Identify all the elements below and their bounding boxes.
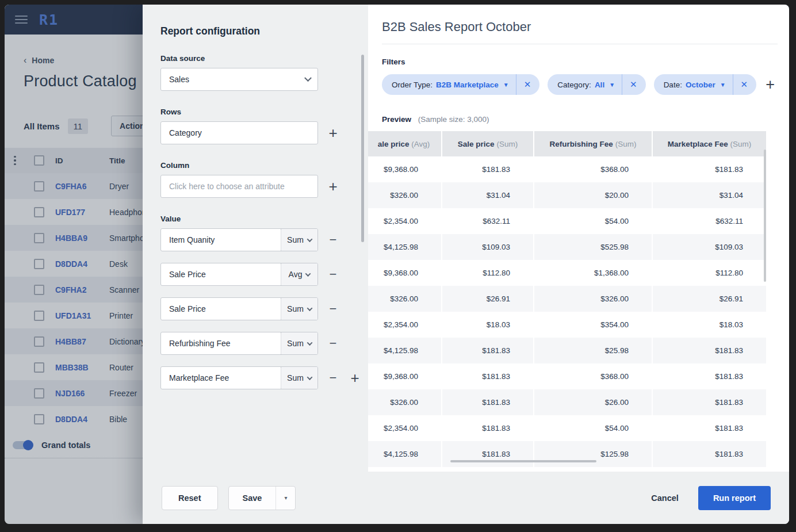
remove-filter-icon[interactable]: ✕ [622,74,646,95]
table-row: $2,354.00$181.83$54.00$181.83 [368,467,766,472]
table-cell: $326.00 [368,286,442,312]
table-cell: $25.98 [534,338,652,363]
value-row: Sale PriceSum− [160,297,368,320]
aggregation-select[interactable]: Sum [281,298,317,320]
table-row: $4,125.98$109.03$525.98$109.03 [368,234,766,260]
value-row: Item QuanitySum− [160,228,368,251]
value-field-input[interactable]: Marketplace Fee [161,367,281,389]
data-source-select[interactable]: Sales [160,68,318,91]
caret-down-icon: ▼ [720,82,726,88]
filter-chip: Category:All▼✕ [548,74,645,95]
table-cell: $181.83 [652,441,766,467]
preview-table-wrap: ale price (Avg) Sale price (Sum) Refurbi… [368,131,766,472]
table-cell: $54.00 [534,415,652,441]
report-configuration-panel: Report configuration Data source Sales R… [143,5,368,472]
remove-value-button[interactable]: − [326,337,340,350]
add-filter-button[interactable]: + [766,79,775,90]
filter-chip-dropdown[interactable]: Date:October▼ [654,74,733,95]
table-row: $326.00$26.91$326.00$26.91 [368,286,766,312]
table-cell: $20.00 [534,182,652,208]
table-cell: $1,368.00 [534,260,652,286]
preview-col-sale-price-sum: Sale price (Sum) [442,131,534,156]
filters-label: Filters [382,58,778,66]
value-label: Value [160,215,368,223]
report-preview-area: B2B Sales Report October Filters Order T… [368,5,789,472]
table-cell: $181.83 [442,156,534,182]
value-field-input[interactable]: Refurbishing Fee [161,332,281,354]
add-row-attribute-button[interactable]: + [326,127,340,139]
add-column-attribute-button[interactable]: + [326,180,340,193]
add-value-button[interactable]: + [348,372,362,384]
table-cell: $368.00 [534,156,652,182]
preview-col-sale-price-avg: ale price (Avg) [368,131,442,156]
config-scrollbar[interactable] [361,55,364,242]
value-field-input[interactable]: Sale Price [161,263,281,285]
table-cell: $4,125.98 [368,441,442,467]
remove-filter-icon[interactable]: ✕ [733,74,757,95]
filter-chip: Date:October▼✕ [654,74,757,95]
filter-chip: Order Type:B2B Marketplace▼✕ [382,74,539,95]
rows-attribute-input[interactable]: Category [160,121,318,144]
table-cell: $4,125.98 [368,338,442,363]
table-row: $9,368.00$181.83$368.00$181.83 [368,156,766,182]
table-cell: $181.83 [652,156,766,182]
table-cell: $181.83 [652,467,766,472]
remove-value-button[interactable]: − [326,268,340,281]
report-builder-drawer: Report configuration Data source Sales R… [143,5,789,524]
table-row: $326.00$31.04$20.00$31.04 [368,182,766,208]
reset-button[interactable]: Reset [162,486,218,510]
aggregation-select[interactable]: Sum [281,332,317,354]
config-title: Report configuration [160,25,368,37]
remove-filter-icon[interactable]: ✕ [516,74,540,95]
value-field-input[interactable]: Item Quanity [161,229,281,251]
filter-chip-dropdown[interactable]: Category:All▼ [548,74,622,95]
aggregation-select[interactable]: Sum [281,367,317,389]
cancel-button[interactable]: Cancel [651,493,679,503]
preview-table-body: $9,368.00$181.83$368.00$181.83$326.00$31… [368,156,766,472]
table-cell: $181.83 [442,389,534,415]
preview-label: Preview [382,115,411,124]
filter-chip-dropdown[interactable]: Order Type:B2B Marketplace▼ [382,74,516,95]
table-cell: $109.03 [442,234,534,260]
save-dropdown-button[interactable]: ▾ [276,487,295,510]
caret-down-icon: ▼ [503,82,509,88]
table-cell: $26.00 [534,389,652,415]
table-cell: $26.91 [442,286,534,312]
aggregation-select[interactable]: Sum [281,229,317,251]
table-cell: $9,368.00 [368,260,442,286]
save-button[interactable]: Save [229,487,277,510]
table-cell: $112.80 [652,260,766,286]
table-cell: $181.83 [442,363,534,389]
table-cell: $326.00 [368,389,442,415]
table-cell: $181.83 [652,415,766,441]
table-cell: $9,368.00 [368,363,442,389]
run-report-button[interactable]: Run report [698,486,771,510]
rows-label: Rows [160,108,368,116]
table-cell: $125.98 [534,441,652,467]
remove-value-button[interactable]: − [326,372,340,384]
table-cell: $112.80 [442,260,534,286]
remove-value-button[interactable]: − [326,303,340,315]
aggregation-select[interactable]: Avg [281,263,317,285]
value-row: Sale PriceAvg− [160,263,368,286]
table-cell: $2,354.00 [368,208,442,234]
chevron-down-icon [305,271,311,277]
filter-chips: Order Type:B2B Marketplace▼✕Category:All… [382,74,778,95]
horizontal-scrollbar[interactable] [450,460,596,462]
column-attribute-input[interactable]: Click here to choose an attribute [160,175,318,198]
table-row: $9,368.00$181.83$368.00$181.83 [368,363,766,389]
table-cell: $2,354.00 [368,415,442,441]
table-row: $2,354.00$18.03$354.00$18.03 [368,312,766,338]
data-source-label: Data source [160,54,368,63]
table-cell: $326.00 [534,286,652,312]
preview-col-refurbishing-fee-sum: Refurbishing Fee (Sum) [534,131,652,156]
preview-table: ale price (Avg) Sale price (Sum) Refurbi… [368,131,766,472]
table-cell: $18.03 [652,312,766,338]
chevron-down-icon [307,340,312,346]
remove-value-button[interactable]: − [326,234,340,246]
vertical-scrollbar[interactable] [764,150,766,282]
table-row: $2,354.00$632.11$54.00$632.11 [368,208,766,234]
value-field-input[interactable]: Sale Price [161,298,281,320]
table-cell: $54.00 [534,208,652,234]
table-row: $2,354.00$181.83$54.00$181.83 [368,415,766,441]
